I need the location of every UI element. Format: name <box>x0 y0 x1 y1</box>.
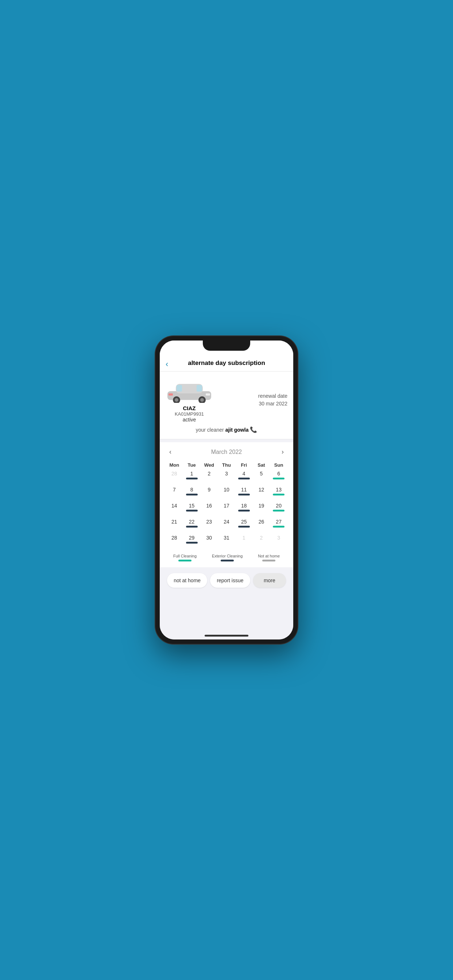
calendar-cell[interactable]: 24 <box>218 517 235 533</box>
calendar-date: 17 <box>223 503 230 509</box>
calendar-cell[interactable]: 31 <box>218 533 235 549</box>
calendar-cell[interactable]: 30 <box>200 533 218 549</box>
calendar-date: 9 <box>207 487 211 493</box>
calendar-date: 15 <box>189 503 195 509</box>
calendar-cell[interactable]: 14 <box>166 501 183 517</box>
calendar-date: 3 <box>225 471 228 477</box>
calendar-cell[interactable]: 22 <box>183 517 201 533</box>
calendar-section: ‹ March 2022 › MonTueWedThuFriSatSun2812… <box>160 442 293 567</box>
calendar-date: 24 <box>223 519 230 525</box>
calendar-bar <box>186 542 198 544</box>
not-at-home-button[interactable]: not at home <box>167 573 207 588</box>
calendar-date: 28 <box>171 535 177 541</box>
prev-month-button[interactable]: ‹ <box>166 447 175 457</box>
legend-bar <box>221 560 234 562</box>
calendar-bar <box>273 526 284 528</box>
calendar-bar <box>186 510 198 512</box>
calendar-cell[interactable]: 20 <box>270 501 287 517</box>
calendar-cell[interactable]: 3 <box>218 469 235 485</box>
calendar-cell[interactable]: 8 <box>183 485 201 501</box>
calendar-cell[interactable]: 1 <box>235 533 253 549</box>
calendar-date: 21 <box>171 519 177 525</box>
calendar-cell[interactable]: 13 <box>270 485 287 501</box>
legend-item: Exterior Cleaning <box>212 554 242 562</box>
legend-bar <box>262 560 275 562</box>
calendar-cell[interactable]: 21 <box>166 517 183 533</box>
calendar-cell[interactable]: 4 <box>235 469 253 485</box>
svg-point-5 <box>175 398 179 402</box>
renewal-info: renewal date 30 mar 2022 <box>258 392 287 407</box>
calendar-date: 14 <box>171 503 177 509</box>
calendar-cell[interactable]: 12 <box>253 485 270 501</box>
phone-icon[interactable]: 📞 <box>250 426 257 433</box>
calendar-cell[interactable]: 19 <box>253 501 270 517</box>
car-plate: KA01MP9931 <box>175 411 204 417</box>
calendar-cell[interactable]: 3 <box>270 533 287 549</box>
calendar-bar <box>186 477 198 479</box>
calendar-bar <box>238 477 250 479</box>
svg-rect-8 <box>206 393 210 396</box>
report-issue-button[interactable]: report issue <box>210 573 250 588</box>
calendar-cell[interactable]: 9 <box>200 485 218 501</box>
calendar-bar <box>273 510 284 512</box>
calendar-cell[interactable]: 10 <box>218 485 235 501</box>
calendar-bar <box>186 494 198 495</box>
calendar-date: 27 <box>276 519 282 525</box>
more-button[interactable]: more <box>253 573 286 588</box>
calendar-cell[interactable]: 27 <box>270 517 287 533</box>
calendar-date: 3 <box>277 535 280 541</box>
calendar-cell[interactable]: 2 <box>253 533 270 549</box>
calendar-date: 28 <box>171 471 177 477</box>
calendar-date: 22 <box>189 519 195 525</box>
calendar-day-header: Sun <box>270 461 287 469</box>
cleaner-label: your cleaner <box>196 427 224 433</box>
car-name: CIAZ <box>183 405 196 411</box>
calendar-date: 10 <box>223 487 230 493</box>
calendar-cell[interactable]: 7 <box>166 485 183 501</box>
calendar-nav: ‹ March 2022 › <box>166 447 287 457</box>
calendar-cell[interactable]: 15 <box>183 501 201 517</box>
svg-rect-9 <box>169 393 173 396</box>
calendar-cell[interactable]: 28 <box>166 469 183 485</box>
calendar-cell[interactable]: 29 <box>183 533 201 549</box>
legend-label: Exterior Cleaning <box>212 554 242 558</box>
calendar-day-header: Wed <box>200 461 218 469</box>
calendar-date: 30 <box>206 535 212 541</box>
calendar-day-header: Thu <box>218 461 235 469</box>
calendar-date: 6 <box>277 471 280 477</box>
calendar-cell[interactable]: 17 <box>218 501 235 517</box>
calendar-date: 19 <box>258 503 265 509</box>
calendar-grid: MonTueWedThuFriSatSun2812345678910111213… <box>166 461 287 549</box>
calendar-cell[interactable]: 2 <box>200 469 218 485</box>
calendar-date: 13 <box>276 487 282 493</box>
next-month-button[interactable]: › <box>278 447 287 457</box>
calendar-cell[interactable]: 26 <box>253 517 270 533</box>
calendar-cell[interactable]: 6 <box>270 469 287 485</box>
calendar-cell[interactable]: 16 <box>200 501 218 517</box>
calendar-cell[interactable]: 5 <box>253 469 270 485</box>
car-image-area: CIAZ KA01MP9931 active <box>166 377 213 423</box>
calendar-date: 18 <box>241 503 247 509</box>
calendar-date: 16 <box>206 503 212 509</box>
calendar-date: 8 <box>190 487 193 493</box>
calendar-cell[interactable]: 25 <box>235 517 253 533</box>
calendar-date: 31 <box>223 535 230 541</box>
calendar-date: 20 <box>276 503 282 509</box>
calendar-cell[interactable]: 18 <box>235 501 253 517</box>
back-button[interactable]: ‹ <box>166 360 168 369</box>
calendar-legend: Full CleaningExterior CleaningNot at hom… <box>166 549 287 563</box>
page-title: alternate day subscription <box>188 360 265 366</box>
legend-item: Not at home <box>258 554 280 562</box>
calendar-cell[interactable]: 28 <box>166 533 183 549</box>
calendar-date: 12 <box>258 487 265 493</box>
svg-rect-2 <box>196 385 202 391</box>
calendar-date: 2 <box>207 471 211 477</box>
calendar-cell[interactable]: 11 <box>235 485 253 501</box>
calendar-month: March 2022 <box>211 449 242 455</box>
calendar-cell[interactable]: 23 <box>200 517 218 533</box>
legend-label: Full Cleaning <box>173 554 196 558</box>
calendar-date: 5 <box>260 471 263 477</box>
calendar-cell[interactable]: 1 <box>183 469 201 485</box>
car-status: active <box>183 417 196 423</box>
renewal-label: renewal date <box>258 393 287 399</box>
